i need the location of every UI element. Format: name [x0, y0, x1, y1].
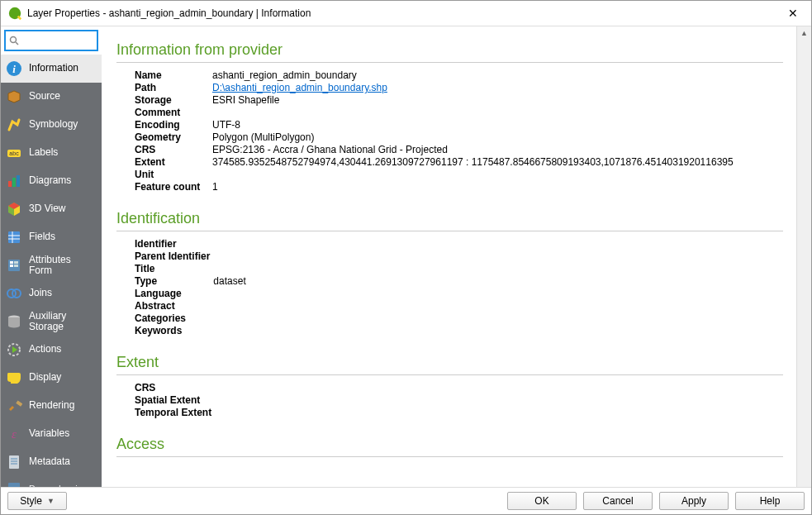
divider [116, 456, 783, 457]
svg-point-1 [11, 37, 17, 43]
info-icon: i [6, 60, 22, 77]
svg-rect-15 [10, 261, 13, 264]
sidebar-item-label: Actions [29, 344, 61, 355]
form-icon [6, 257, 22, 274]
sidebar-item-3dview[interactable]: 3D View [1, 195, 102, 223]
svg-marker-23 [12, 346, 17, 353]
section-title-access: Access [116, 436, 783, 453]
sidebar-item-label: Information [29, 63, 78, 74]
sidebar-item-label: Fields [29, 231, 55, 242]
titlebar: Layer Properties - ashanti_region_admin_… [1, 1, 811, 26]
row-key: Keywords [135, 325, 213, 337]
diagrams-icon [6, 173, 22, 189]
sidebar-item-symbology[interactable]: Symbology [1, 111, 102, 139]
ok-button[interactable]: OK [507, 492, 577, 510]
window-title: Layer Properties - ashanti_region_admin_… [27, 7, 781, 19]
path-link[interactable]: D:\ashanti_region_admin_boundary.shp [212, 82, 387, 93]
sidebar-item-variables[interactable]: ε Variables [1, 420, 102, 448]
apply-button[interactable]: Apply [659, 492, 729, 510]
svg-line-2 [16, 42, 18, 45]
svg-rect-18 [14, 265, 18, 267]
row-value: dataset [213, 275, 245, 288]
symbology-icon [6, 117, 22, 133]
sidebar-item-label: Attributes Form [29, 255, 97, 276]
section-title-identification: Identification [116, 210, 783, 227]
sidebar-item-label: 3D View [29, 203, 65, 214]
sidebar-item-label: Joins [29, 288, 52, 298]
sidebar-item-attributes-form[interactable]: Attributes Form [1, 251, 102, 279]
sidebar-item-label: Rendering [29, 400, 74, 411]
sidebar-item-label: Display [29, 372, 61, 383]
row-key: Abstract [135, 300, 213, 312]
joins-icon [6, 285, 22, 302]
divider [116, 62, 783, 63]
row-key: Feature count [135, 181, 212, 193]
sidebar-item-label: Diagrams [29, 175, 71, 186]
sidebar-item-fields[interactable]: Fields [1, 223, 102, 251]
sidebar-item-label: Dependencies [29, 484, 87, 487]
style-button[interactable]: Style ▼ [7, 492, 67, 510]
divider [116, 374, 783, 375]
svg-rect-9 [17, 175, 20, 187]
sidebar-item-source[interactable]: Source [1, 83, 102, 111]
row-key: Spatial Extent [135, 394, 215, 407]
scroll-up-icon[interactable]: ▲ [797, 26, 811, 41]
svg-rect-10 [8, 231, 20, 243]
section-title-extent: Extent [116, 354, 783, 371]
row-value [213, 312, 245, 325]
row-value [213, 263, 245, 275]
cube-icon [6, 201, 22, 217]
dialog-window: Layer Properties - ashanti_region_admin_… [0, 0, 812, 515]
row-key: Language [135, 288, 213, 300]
row-value [213, 288, 245, 300]
sidebar-item-rendering[interactable]: Rendering [1, 392, 102, 420]
help-button[interactable]: Help [735, 492, 805, 510]
cancel-button[interactable]: Cancel [583, 492, 653, 510]
row-value [213, 250, 245, 263]
svg-rect-30 [8, 483, 20, 487]
sidebar-item-label: Auxiliary Storage [29, 311, 97, 332]
sidebar-item-display[interactable]: Display [1, 364, 102, 392]
provider-table: Nameashanti_region_admin_boundary PathD:… [135, 69, 734, 193]
sidebar-item-dependencies[interactable]: Dependencies [1, 476, 102, 487]
style-button-label: Style [20, 495, 42, 507]
sidebar-item-actions[interactable]: Actions [1, 336, 102, 364]
actions-icon [6, 341, 22, 358]
row-key: Title [135, 263, 213, 275]
sidebar-item-auxiliary-storage[interactable]: Auxiliary Storage [1, 308, 102, 336]
search-box[interactable] [4, 30, 98, 51]
row-key: Name [135, 69, 212, 82]
section-title-provider: Information from provider [116, 41, 783, 59]
sidebar-item-label: Variables [29, 428, 69, 439]
row-key: Geometry [135, 131, 212, 144]
row-value: Polygon (MultiPolygon) [212, 131, 734, 144]
vertical-scrollbar[interactable]: ▲ [796, 26, 811, 487]
search-icon [9, 36, 19, 45]
row-key: CRS [135, 382, 215, 394]
row-value: ESRI Shapefile [212, 94, 734, 107]
divider [116, 231, 783, 231]
row-value [213, 300, 245, 312]
row-value [213, 325, 245, 337]
sidebar-item-labels[interactable]: abc Labels [1, 139, 102, 167]
row-key: Comment [135, 107, 212, 119]
row-key: Parent Identifier [135, 250, 213, 263]
svg-text:i: i [12, 63, 16, 75]
sidebar-item-diagrams[interactable]: Diagrams [1, 167, 102, 195]
row-key: Type [135, 275, 213, 288]
row-key: Path [135, 82, 212, 94]
svg-rect-7 [8, 181, 12, 187]
sidebar-item-metadata[interactable]: Metadata [1, 448, 102, 476]
sidebar-item-information[interactable]: i Information [1, 55, 102, 83]
sidebar-item-label: Labels [29, 147, 58, 158]
svg-text:ε: ε [12, 427, 17, 441]
storage-icon [6, 313, 22, 330]
close-icon[interactable]: ✕ [781, 3, 805, 23]
row-value [213, 238, 245, 250]
svg-rect-16 [10, 265, 13, 267]
variables-icon: ε [6, 426, 22, 442]
sidebar-item-label: Symbology [29, 119, 78, 130]
dependencies-icon [6, 480, 22, 487]
sidebar-item-joins[interactable]: Joins [1, 279, 102, 308]
rendering-icon [6, 398, 22, 414]
